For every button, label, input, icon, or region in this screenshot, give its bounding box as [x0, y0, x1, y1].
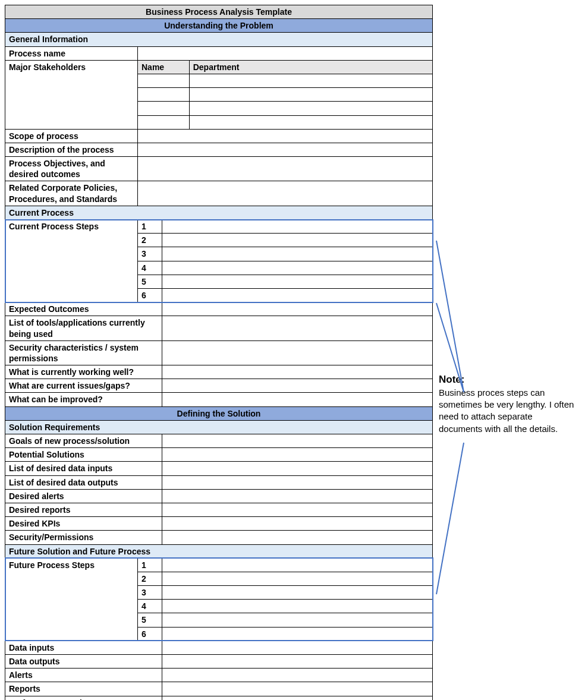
field-outputs[interactable]	[162, 655, 433, 669]
field-goals[interactable]	[162, 434, 433, 448]
stakeholder-name[interactable]	[138, 102, 190, 115]
step-num: 6	[138, 288, 162, 302]
page-title: Business Process Analysis Template	[5, 5, 433, 19]
note-callout: Note: Business proces steps can sometime…	[439, 373, 576, 435]
label-tools: List of tools/applications currently bei…	[5, 316, 162, 340]
label-objectives: Process Objectives, and desired outcomes	[5, 157, 138, 181]
step-field[interactable]	[162, 220, 433, 234]
label-future-steps: Future Process Steps	[5, 558, 138, 641]
step-field[interactable]	[162, 572, 433, 585]
step-num: 2	[138, 572, 162, 585]
step-num: 4	[138, 600, 162, 613]
label-perf: Performance Metrics	[5, 696, 162, 700]
field-working-well[interactable]	[162, 365, 433, 379]
label-scope: Scope of process	[5, 129, 138, 143]
step-num: 3	[138, 247, 162, 261]
stakeholder-dept[interactable]	[189, 88, 432, 102]
template-table: Business Process Analysis Template Under…	[5, 5, 433, 700]
field-inputs-d[interactable]	[162, 462, 433, 475]
label-improve: What can be improved?	[5, 393, 162, 406]
future-steps-box: Future Process Steps 1 2 3 4 5 6	[5, 558, 433, 641]
field-description[interactable]	[138, 143, 433, 156]
field-outputs-d[interactable]	[162, 475, 433, 489]
subsection-solreq: Solution Requirements	[5, 420, 433, 434]
label-process-name: Process name	[5, 46, 138, 60]
label-alerts: Alerts	[5, 669, 162, 682]
section-defining: Defining the Solution	[5, 406, 433, 420]
label-policies: Related Corporate Policies, Procedures, …	[5, 181, 138, 206]
step-field[interactable]	[162, 275, 433, 288]
step-num: 2	[138, 234, 162, 247]
label-security: Security characteristics / system permis…	[5, 340, 162, 365]
label-outputs-d: List of desired data outputs	[5, 475, 162, 489]
field-security[interactable]	[162, 340, 433, 365]
label-working-well: What is currently working well?	[5, 365, 162, 379]
stakeholder-dept[interactable]	[189, 115, 432, 129]
field-reports[interactable]	[162, 682, 433, 696]
stakeholder-name[interactable]	[138, 88, 190, 102]
section-understanding: Understanding the Problem	[5, 19, 433, 33]
subsection-future: Future Solution and Future Process	[5, 544, 433, 558]
step-field[interactable]	[162, 261, 433, 275]
label-alerts-d: Desired alerts	[5, 489, 162, 503]
step-field[interactable]	[162, 586, 433, 600]
col-name: Name	[138, 60, 190, 74]
field-tools[interactable]	[162, 316, 433, 340]
step-field[interactable]	[162, 558, 433, 572]
stakeholder-name[interactable]	[138, 115, 190, 129]
subsection-current: Current Process	[5, 206, 433, 219]
note-body: Business proces steps can sometimes be v…	[439, 387, 574, 434]
label-goals: Goals of new process/solution	[5, 434, 162, 448]
label-inputs: Data inputs	[5, 641, 162, 654]
stakeholder-dept[interactable]	[189, 102, 432, 115]
current-steps-box: Current Process Steps 1 2 3 4 5 6	[5, 220, 433, 302]
label-reports-d: Desired reports	[5, 503, 162, 516]
step-num: 1	[138, 220, 162, 234]
step-num: 5	[138, 613, 162, 627]
field-improve[interactable]	[162, 393, 433, 406]
subsection-general: General Information	[5, 33, 433, 46]
stakeholder-name[interactable]	[138, 74, 190, 87]
field-kpis-d[interactable]	[162, 517, 433, 531]
step-num: 6	[138, 627, 162, 641]
field-policies[interactable]	[138, 181, 433, 206]
label-description: Description of the process	[5, 143, 138, 156]
step-field[interactable]	[162, 288, 433, 302]
label-stakeholders: Major Stakeholders	[5, 60, 138, 129]
col-department: Department	[189, 60, 432, 74]
label-inputs-d: List of desired data inputs	[5, 462, 162, 475]
label-potential: Potential Solutions	[5, 448, 162, 462]
step-field[interactable]	[162, 600, 433, 613]
label-issues: What are current issues/gaps?	[5, 379, 162, 393]
step-field[interactable]	[162, 234, 433, 247]
note-title: Note:	[439, 374, 464, 385]
field-objectives[interactable]	[138, 157, 433, 181]
field-reports-d[interactable]	[162, 503, 433, 516]
step-num: 3	[138, 586, 162, 600]
label-reports: Reports	[5, 682, 162, 696]
field-inputs[interactable]	[162, 641, 433, 654]
step-num: 1	[138, 558, 162, 572]
label-outputs: Data outputs	[5, 655, 162, 669]
label-kpis-d: Desired KPIs	[5, 517, 162, 531]
label-secperm: Security/Permissions	[5, 531, 162, 544]
stakeholder-dept[interactable]	[189, 74, 432, 87]
field-secperm[interactable]	[162, 531, 433, 544]
field-scope[interactable]	[138, 129, 433, 143]
step-num: 4	[138, 261, 162, 275]
field-process-name[interactable]	[138, 46, 433, 60]
field-alerts[interactable]	[162, 669, 433, 682]
step-field[interactable]	[162, 247, 433, 261]
field-issues[interactable]	[162, 379, 433, 393]
field-expected-outcomes[interactable]	[162, 302, 433, 316]
step-field[interactable]	[162, 627, 433, 641]
label-current-steps: Current Process Steps	[5, 220, 138, 302]
field-potential[interactable]	[162, 448, 433, 462]
label-expected-outcomes: Expected Outcomes	[5, 302, 162, 316]
step-num: 5	[138, 275, 162, 288]
field-alerts-d[interactable]	[162, 489, 433, 503]
step-field[interactable]	[162, 613, 433, 627]
field-perf[interactable]	[162, 696, 433, 700]
